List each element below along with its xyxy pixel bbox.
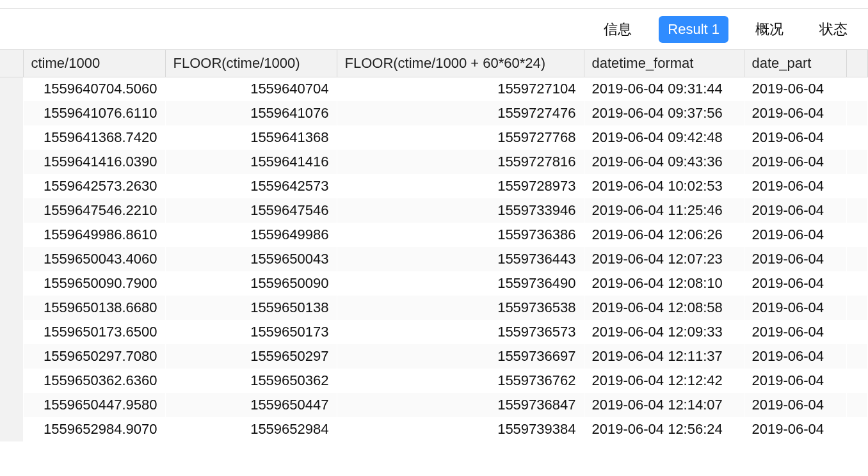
row-gutter[interactable] <box>0 174 23 198</box>
cell-floor1[interactable]: 1559652984 <box>165 417 337 441</box>
cell-ctime[interactable]: 1559640704.5060 <box>23 77 165 101</box>
cell-dp[interactable]: 2019-06-04 <box>744 198 846 223</box>
cell-floor1[interactable]: 1559641416 <box>165 150 337 174</box>
table-row[interactable]: 1559640704.5060155964070415597271042019-… <box>0 77 868 101</box>
table-row[interactable]: 1559652984.9070155965298415597393842019-… <box>0 417 868 441</box>
cell-dp[interactable]: 2019-06-04 <box>744 77 846 101</box>
table-row[interactable]: 1559650090.7900155965009015597364902019-… <box>0 271 868 296</box>
cell-floor2[interactable]: 1559736573 <box>337 320 584 344</box>
cell-dtf[interactable]: 2019-06-04 09:31:44 <box>584 77 744 101</box>
cell-floor1[interactable]: 1559650447 <box>165 393 337 417</box>
cell-ctime[interactable]: 1559650043.4060 <box>23 247 165 271</box>
cell-dtf[interactable]: 2019-06-04 09:43:36 <box>584 150 744 174</box>
cell-ctime[interactable]: 1559650362.6360 <box>23 369 165 393</box>
column-header-ctime[interactable]: ctime/1000 <box>23 50 165 77</box>
cell-ctime[interactable]: 1559649986.8610 <box>23 223 165 247</box>
cell-ctime[interactable]: 1559650138.6680 <box>23 296 165 320</box>
cell-ctime[interactable]: 1559641076.6110 <box>23 101 165 125</box>
cell-floor2[interactable]: 1559736386 <box>337 223 584 247</box>
table-row[interactable]: 1559650362.6360155965036215597367622019-… <box>0 369 868 393</box>
cell-ctime[interactable]: 1559641416.0390 <box>23 150 165 174</box>
cell-floor1[interactable]: 1559650090 <box>165 271 337 296</box>
column-header-dtf[interactable]: datetime_format <box>584 50 744 77</box>
cell-dtf[interactable]: 2019-06-04 12:09:33 <box>584 320 744 344</box>
row-gutter[interactable] <box>0 150 23 174</box>
cell-dtf[interactable]: 2019-06-04 12:08:10 <box>584 271 744 296</box>
cell-dp[interactable]: 2019-06-04 <box>744 296 846 320</box>
cell-dtf[interactable]: 2019-06-04 12:11:37 <box>584 344 744 369</box>
cell-dp[interactable]: 2019-06-04 <box>744 101 846 125</box>
cell-ctime[interactable]: 1559641368.7420 <box>23 125 165 150</box>
cell-floor1[interactable]: 1559640704 <box>165 77 337 101</box>
column-header-floor1[interactable]: FLOOR(ctime/1000) <box>165 50 337 77</box>
tab-overview[interactable]: 概况 <box>746 15 792 44</box>
cell-floor1[interactable]: 1559647546 <box>165 198 337 223</box>
table-row[interactable]: 1559641416.0390155964141615597278162019-… <box>0 150 868 174</box>
cell-floor1[interactable]: 1559650173 <box>165 320 337 344</box>
result-table-scroll[interactable]: ctime/1000FLOOR(ctime/1000)FLOOR(ctime/1… <box>0 50 868 476</box>
cell-ctime[interactable]: 1559647546.2210 <box>23 198 165 223</box>
cell-dp[interactable]: 2019-06-04 <box>744 223 846 247</box>
cell-floor2[interactable]: 1559736847 <box>337 393 584 417</box>
cell-dtf[interactable]: 2019-06-04 10:02:53 <box>584 174 744 198</box>
row-gutter[interactable] <box>0 393 23 417</box>
column-header-floor2[interactable]: FLOOR(ctime/1000 + 60*60*24) <box>337 50 584 77</box>
cell-floor2[interactable]: 1559736490 <box>337 271 584 296</box>
cell-ctime[interactable]: 1559642573.2630 <box>23 174 165 198</box>
cell-dp[interactable]: 2019-06-04 <box>744 417 846 441</box>
column-header-rownum[interactable] <box>0 50 23 77</box>
row-gutter[interactable] <box>0 101 23 125</box>
cell-floor2[interactable]: 1559736443 <box>337 247 584 271</box>
cell-floor2[interactable]: 1559727768 <box>337 125 584 150</box>
cell-floor1[interactable]: 1559650043 <box>165 247 337 271</box>
cell-floor1[interactable]: 1559641076 <box>165 101 337 125</box>
column-header-dp[interactable]: date_part <box>744 50 846 77</box>
row-gutter[interactable] <box>0 271 23 296</box>
cell-dtf[interactable]: 2019-06-04 12:56:24 <box>584 417 744 441</box>
cell-dp[interactable]: 2019-06-04 <box>744 247 846 271</box>
tab-info[interactable]: 信息 <box>595 15 641 44</box>
cell-ctime[interactable]: 1559650090.7900 <box>23 271 165 296</box>
cell-dp[interactable]: 2019-06-04 <box>744 369 846 393</box>
table-row[interactable]: 1559650447.9580155965044715597368472019-… <box>0 393 868 417</box>
cell-floor2[interactable]: 1559727476 <box>337 101 584 125</box>
tab-result1[interactable]: Result 1 <box>659 16 728 43</box>
cell-floor1[interactable]: 1559649986 <box>165 223 337 247</box>
cell-dp[interactable]: 2019-06-04 <box>744 344 846 369</box>
cell-floor2[interactable]: 1559727816 <box>337 150 584 174</box>
cell-ctime[interactable]: 1559652984.9070 <box>23 417 165 441</box>
cell-dp[interactable]: 2019-06-04 <box>744 320 846 344</box>
cell-dtf[interactable]: 2019-06-04 12:07:23 <box>584 247 744 271</box>
cell-dtf[interactable]: 2019-06-04 12:12:42 <box>584 369 744 393</box>
cell-dp[interactable]: 2019-06-04 <box>744 150 846 174</box>
table-row[interactable]: 1559650138.6680155965013815597365382019-… <box>0 296 868 320</box>
row-gutter[interactable] <box>0 369 23 393</box>
row-gutter[interactable] <box>0 417 23 441</box>
row-gutter[interactable] <box>0 247 23 271</box>
cell-floor1[interactable]: 1559650138 <box>165 296 337 320</box>
cell-floor2[interactable]: 1559739384 <box>337 417 584 441</box>
table-row[interactable]: 1559647546.2210155964754615597339462019-… <box>0 198 868 223</box>
table-row[interactable]: 1559650297.7080155965029715597366972019-… <box>0 344 868 369</box>
cell-floor1[interactable]: 1559642573 <box>165 174 337 198</box>
cell-ctime[interactable]: 1559650297.7080 <box>23 344 165 369</box>
table-row[interactable]: 1559641076.6110155964107615597274762019-… <box>0 101 868 125</box>
table-row[interactable]: 1559642573.2630155964257315597289732019-… <box>0 174 868 198</box>
cell-dtf[interactable]: 2019-06-04 12:06:26 <box>584 223 744 247</box>
table-row[interactable]: 1559641368.7420155964136815597277682019-… <box>0 125 868 150</box>
cell-dtf[interactable]: 2019-06-04 12:14:07 <box>584 393 744 417</box>
cell-dp[interactable]: 2019-06-04 <box>744 174 846 198</box>
row-gutter[interactable] <box>0 125 23 150</box>
cell-dp[interactable]: 2019-06-04 <box>744 393 846 417</box>
cell-floor2[interactable]: 1559727104 <box>337 77 584 101</box>
cell-ctime[interactable]: 1559650447.9580 <box>23 393 165 417</box>
table-row[interactable]: 1559649986.8610155964998615597363862019-… <box>0 223 868 247</box>
cell-dp[interactable]: 2019-06-04 <box>744 271 846 296</box>
row-gutter[interactable] <box>0 198 23 223</box>
cell-floor2[interactable]: 1559733946 <box>337 198 584 223</box>
row-gutter[interactable] <box>0 320 23 344</box>
tab-status[interactable]: 状态 <box>810 15 856 44</box>
cell-floor1[interactable]: 1559650362 <box>165 369 337 393</box>
cell-floor2[interactable]: 1559728973 <box>337 174 584 198</box>
cell-floor2[interactable]: 1559736538 <box>337 296 584 320</box>
